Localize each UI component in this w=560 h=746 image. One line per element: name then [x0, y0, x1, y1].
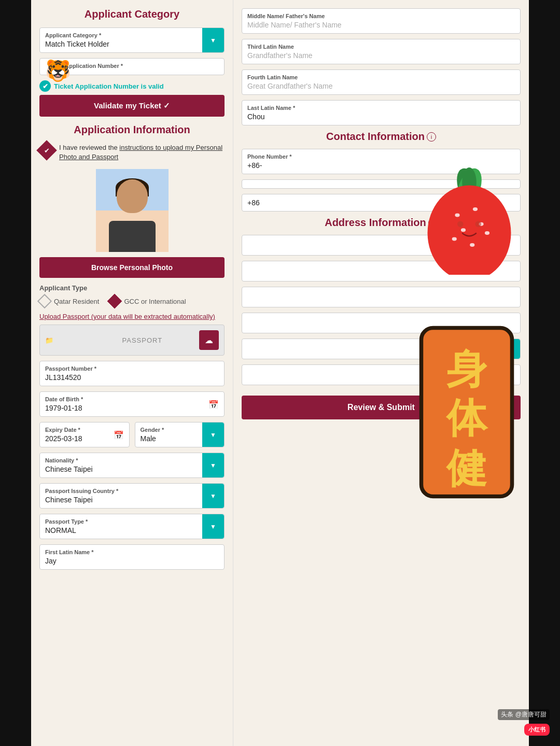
person-head [117, 179, 148, 213]
phone-number-field-2[interactable] [242, 179, 521, 189]
gender-field[interactable]: Gender * Male [135, 422, 225, 447]
ticket-app-label: Ticket Application Number * [47, 63, 219, 69]
date-of-birth-label: Date of Birth * [45, 396, 219, 402]
nationality-field[interactable]: Nationality * Chinese Taipei [39, 453, 225, 478]
upload-passport-link[interactable]: Upload Passport (your data will be extra… [39, 313, 225, 320]
passport-type-value: NORMAL [45, 526, 219, 534]
nationality-value: Chinese Taipei [45, 465, 219, 473]
address-info-title: Address Information [325, 217, 426, 229]
nationality-dropdown[interactable] [202, 453, 224, 477]
ticket-app-field[interactable]: Ticket Application Number * 🐯 [39, 58, 225, 75]
fourth-latin-field[interactable]: Fourth Latin Name Great Grandfather's Na… [242, 69, 521, 95]
address-info-section: Address Information i [242, 217, 521, 229]
folder-icon[interactable]: 📁 [45, 336, 118, 344]
phone-number-field[interactable]: Phone Number * +86- [242, 149, 521, 174]
radio-gcc-diamond [107, 294, 122, 308]
date-of-birth-value: 1979-01-18 [45, 404, 219, 412]
browse-photo-button[interactable]: Browse Personal Photo [39, 257, 225, 278]
expiry-date-label: Expiry Date * [45, 427, 124, 433]
last-latin-name-value: Chou [247, 112, 515, 121]
instructions-link[interactable]: instructions to upload my Personal Photo… [59, 144, 222, 161]
ticket-field-wrap: Ticket Application Number * 🐯 ✔ Ticket A… [39, 58, 225, 92]
phone-prefix: +86- [247, 161, 515, 170]
applicant-category-field[interactable]: Applicant Category * Match Ticket Holder [39, 27, 225, 53]
passport-issuing-field[interactable]: Passport Issuing Country * Chinese Taipe… [39, 483, 225, 509]
fourth-latin-placeholder: Great Grandfather's Name [247, 82, 515, 90]
calendar-icon[interactable]: 📅 [208, 399, 219, 409]
date-of-birth-field[interactable]: Date of Birth * 1979-01-18 📅 [39, 391, 225, 417]
phone-number-label: Phone Number * [247, 153, 515, 160]
applicant-category-dropdown[interactable] [202, 28, 224, 52]
radio-gcc-label: GCC or International [124, 298, 186, 305]
left-panel: Applicant Category Applicant Category * … [31, 0, 233, 746]
applicant-category-label: Applicant Category * [45, 32, 219, 38]
expiry-date-value: 2025-03-18 [45, 434, 124, 443]
radio-qatar-resident[interactable]: Qatar Resident [39, 296, 99, 306]
passport-number-field[interactable]: Passport Number * JL1314520 [39, 361, 225, 386]
address-field-4[interactable] [242, 313, 521, 333]
passport-type-field[interactable]: Passport Type * NORMAL [39, 514, 225, 539]
passport-type-dropdown[interactable] [202, 514, 224, 539]
alt-phone-field[interactable]: +86 [242, 194, 521, 212]
fourth-latin-label: Fourth Latin Name [247, 74, 515, 80]
alt-phone-prefix: +86 [247, 199, 515, 207]
validate-ticket-button[interactable]: Validate my Ticket ✓ [39, 95, 225, 117]
expiry-gender-row: Expiry Date * 2025-03-18 📅 Gender * Male [39, 422, 225, 453]
weibo-tag: 头条 @唐唐可甜 [498, 709, 550, 720]
person-body [109, 221, 156, 252]
applicant-category-value: Match Ticket Holder [45, 40, 219, 48]
address-info-icon[interactable]: i [428, 218, 438, 228]
passport-issuing-value: Chinese Taipei [45, 496, 219, 504]
first-latin-name-value: Jay [45, 557, 219, 565]
address-field-3[interactable] [242, 287, 521, 307]
passport-number-value: JL1314520 [45, 373, 219, 382]
passport-number-label: Passport Number * [45, 365, 219, 372]
address-field-1[interactable] [242, 235, 521, 256]
upload-cloud-button[interactable]: ☁ [199, 330, 219, 350]
middle-name-label: Middle Name/ Father's Name [247, 13, 515, 19]
radio-qatar-label: Qatar Resident [54, 298, 99, 305]
first-latin-name-label: First Latin Name * [45, 549, 219, 555]
instructions-box: I have reviewed the instructions to uplo… [39, 143, 225, 162]
photo-container [39, 169, 225, 252]
passport-upload-field[interactable]: 📁 PASSPORT ☁ [39, 325, 225, 356]
review-submit-button[interactable]: Review & Submit [242, 396, 521, 419]
application-info-title: Application Information [39, 124, 225, 136]
instructions-text: I have reviewed the instructions to uplo… [59, 143, 225, 162]
passport-placeholder: PASSPORT [122, 336, 195, 344]
expiry-date-field[interactable]: Expiry Date * 2025-03-18 📅 [39, 422, 130, 447]
address-field-5[interactable] [242, 339, 521, 359]
tiger-sticker: 🐯 [45, 59, 71, 83]
nationality-label: Nationality * [45, 457, 219, 463]
address-dropdown[interactable] [498, 339, 520, 359]
gender-dropdown[interactable] [202, 423, 224, 447]
first-latin-name-field[interactable]: First Latin Name * Jay [39, 544, 225, 570]
third-latin-field[interactable]: Third Latin Name Grandfather's Name [242, 39, 521, 64]
xhs-watermark: 小红书 [524, 724, 550, 736]
middle-name-field[interactable]: Middle Name/ Father's Name Middle Name/ … [242, 8, 521, 34]
applicant-category-title: Applicant Category [39, 8, 225, 20]
last-latin-name-label: Last Latin Name * [247, 105, 515, 111]
applicant-type-label: Applicant Type [39, 284, 225, 292]
applicant-type-radio-group: Qatar Resident GCC or International [39, 296, 225, 306]
address-field-6[interactable] [242, 364, 521, 385]
passport-issuing-dropdown[interactable] [202, 484, 224, 508]
radio-gcc-international[interactable]: GCC or International [109, 296, 186, 306]
right-panel: Middle Name/ Father's Name Middle Name/ … [233, 0, 529, 746]
passport-issuing-label: Passport Issuing Country * [45, 488, 219, 494]
instructions-check-icon [36, 140, 57, 161]
personal-photo [96, 169, 169, 252]
contact-info-title: Contact Information [326, 131, 425, 143]
contact-info-icon[interactable]: i [427, 132, 436, 142]
last-latin-name-field[interactable]: Last Latin Name * Chou [242, 100, 521, 125]
address-field-2[interactable] [242, 261, 521, 281]
radio-qatar-diamond [37, 294, 52, 308]
contact-info-section: Contact Information i [242, 131, 521, 143]
expiry-calendar-icon[interactable]: 📅 [114, 430, 124, 440]
third-latin-placeholder: Grandfather's Name [247, 51, 515, 60]
third-latin-label: Third Latin Name [247, 44, 515, 50]
middle-name-placeholder: Middle Name/ Father's Name [247, 21, 515, 29]
passport-type-label: Passport Type * [45, 518, 219, 525]
